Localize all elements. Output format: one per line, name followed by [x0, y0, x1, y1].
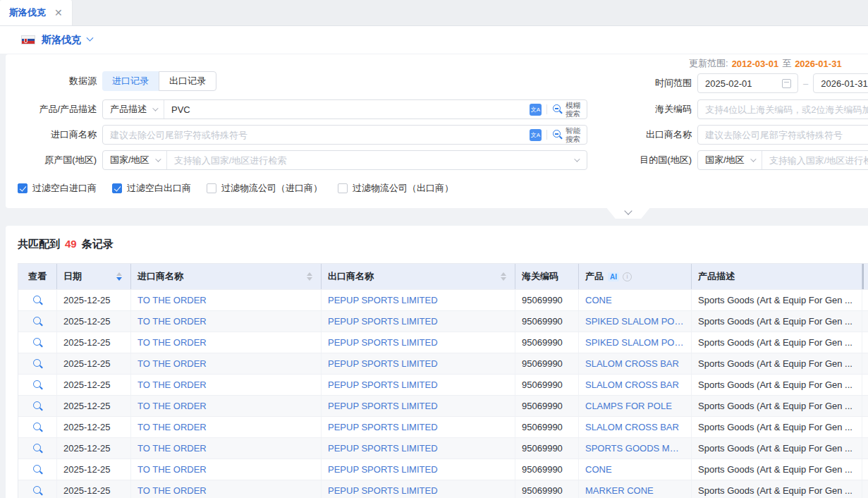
importer-link[interactable]: TO THE ORDER — [137, 316, 207, 327]
chevron-down-icon — [152, 105, 158, 111]
view-record-icon[interactable] — [32, 401, 43, 411]
close-icon[interactable]: ✕ — [54, 8, 63, 18]
origin-country-label: 原产国(地区) — [6, 154, 102, 166]
hs-code-cell: 95069990 — [515, 290, 579, 310]
product-link[interactable]: CONE — [585, 464, 612, 475]
records-table: 查看 日期 进口商名称 出口商名称 海关编码 — [18, 263, 868, 498]
exporter-link[interactable]: PEPUP SPORTS LIMITED — [328, 316, 438, 327]
hs-code-input[interactable] — [698, 104, 868, 115]
importer-link[interactable]: TO THE ORDER — [137, 379, 207, 390]
importer-link[interactable]: TO THE ORDER — [137, 337, 207, 348]
count-value: 49 — [65, 238, 77, 250]
filter-checkbox-2[interactable]: 过滤物流公司（进口商） — [207, 182, 322, 195]
view-record-icon[interactable] — [32, 464, 43, 475]
translate-icon[interactable]: 文A — [530, 129, 542, 141]
checkbox-checked-icon[interactable] — [112, 183, 122, 193]
date-to-input[interactable] — [814, 78, 868, 89]
importer-link[interactable]: TO THE ORDER — [137, 485, 207, 496]
data-source-option-1[interactable]: 出口记录 — [159, 71, 216, 91]
sort-importer-control[interactable] — [307, 272, 312, 281]
product-input[interactable] — [164, 104, 530, 115]
view-record-icon[interactable] — [32, 316, 43, 327]
exporter-link[interactable]: PEPUP SPORTS LIMITED — [328, 464, 438, 475]
smart-search-icon[interactable] — [552, 129, 563, 140]
table-row: 2025-12-25TO THE ORDERPEPUP SPORTS LIMIT… — [18, 310, 868, 332]
importer-input[interactable] — [103, 130, 530, 140]
fuzzy-search-label[interactable]: 模糊搜索 — [566, 101, 582, 118]
importer-link[interactable]: TO THE ORDER — [137, 443, 207, 454]
view-cell — [18, 396, 57, 416]
description-cell: Sports Goods (Art & Equip For Gen ... — [692, 438, 862, 458]
exporter-cell: PEPUP SPORTS LIMITED — [322, 332, 515, 353]
sort-date-control[interactable] — [116, 272, 122, 281]
table-row: 2025-12-25TO THE ORDERPEPUP SPORTS LIMIT… — [18, 416, 868, 437]
dest-country-input[interactable] — [762, 155, 868, 166]
view-record-icon[interactable] — [32, 337, 43, 348]
exporter-link[interactable]: PEPUP SPORTS LIMITED — [328, 358, 438, 369]
tab-slovakia[interactable]: 斯洛伐克 ✕ — [0, 0, 73, 25]
exporter-link[interactable]: PEPUP SPORTS LIMITED — [328, 443, 438, 454]
product-link[interactable]: SPIKED SLALOM POLE — [585, 337, 685, 348]
product-link[interactable]: SLALOM CROSS BAR — [585, 358, 679, 369]
smart-search-label[interactable]: 智能搜索 — [566, 126, 582, 143]
info-icon[interactable]: i — [623, 272, 632, 281]
calendar-icon[interactable] — [782, 79, 791, 88]
exporter-link[interactable]: PEPUP SPORTS LIMITED — [328, 485, 438, 496]
importer-link[interactable]: TO THE ORDER — [137, 464, 207, 475]
product-link[interactable]: SLALOM CROSS BAR — [585, 422, 679, 432]
product-cell: SPIKED SLALOM POLE — [579, 311, 692, 332]
exporter-input-group — [697, 125, 868, 145]
origin-country-select[interactable]: 国家/地区 — [103, 151, 167, 169]
dest-country-select[interactable]: 国家/地区 — [698, 151, 762, 169]
translate-icon[interactable]: 文A — [530, 104, 542, 116]
view-record-icon[interactable] — [32, 485, 43, 496]
exporter-link[interactable]: PEPUP SPORTS LIMITED — [328, 337, 438, 348]
importer-link[interactable]: TO THE ORDER — [137, 422, 207, 432]
product-link[interactable]: CONE — [585, 295, 612, 305]
checkbox-checked-icon[interactable] — [18, 183, 27, 193]
date-from-input[interactable] — [698, 78, 782, 89]
country-name[interactable]: 斯洛伐克 — [42, 34, 81, 47]
view-cell — [18, 290, 57, 310]
importer-link[interactable]: TO THE ORDER — [137, 401, 207, 411]
view-record-icon[interactable] — [32, 422, 43, 432]
product-cell: CLAMPS FOR POLE — [579, 396, 692, 416]
view-record-icon[interactable] — [32, 443, 43, 454]
exporter-input[interactable] — [698, 130, 868, 140]
collapse-panel-button[interactable] — [601, 208, 655, 219]
importer-cell: TO THE ORDER — [131, 290, 322, 310]
view-cell — [18, 311, 57, 332]
origin-country-input[interactable] — [167, 155, 574, 166]
data-source-option-0[interactable]: 进口记录 — [102, 71, 159, 91]
product-link[interactable]: CLAMPS FOR POLE — [585, 401, 672, 411]
checkbox-unchecked-icon[interactable] — [207, 183, 216, 193]
exporter-link[interactable]: PEPUP SPORTS LIMITED — [328, 401, 438, 411]
sort-exporter-control[interactable] — [501, 272, 506, 281]
update-range-from: 2012-03-01 — [732, 59, 779, 69]
exporter-link[interactable]: PEPUP SPORTS LIMITED — [328, 379, 438, 390]
importer-cell: TO THE ORDER — [131, 480, 322, 498]
product-link[interactable]: SLALOM CROSS BAR — [585, 379, 679, 390]
chevron-down-icon — [624, 207, 632, 214]
product-link[interactable]: SPIKED SLALOM POLE — [585, 316, 685, 327]
table-row: 2025-12-25TO THE ORDERPEPUP SPORTS LIMIT… — [18, 437, 868, 458]
importer-link[interactable]: TO THE ORDER — [137, 358, 207, 369]
filter-checkbox-1[interactable]: 过滤空白出口商 — [112, 182, 191, 195]
product-link[interactable]: SPORTS GOODS MAR... — [585, 443, 685, 454]
filter-checkbox-3[interactable]: 过滤物流公司（出口商） — [338, 182, 453, 195]
description-cell: Sports Goods (Art & Equip For Gen ... — [692, 290, 862, 310]
checkbox-unchecked-icon[interactable] — [338, 183, 348, 193]
product-link[interactable]: MARKER CONE — [585, 485, 654, 496]
importer-link[interactable]: TO THE ORDER — [137, 295, 207, 305]
filter-checkbox-0[interactable]: 过滤空白进口商 — [18, 182, 97, 195]
view-record-icon[interactable] — [32, 379, 43, 390]
chevron-down-icon[interactable] — [87, 35, 94, 42]
exporter-link[interactable]: PEPUP SPORTS LIMITED — [328, 295, 438, 305]
product-type-select[interactable]: 产品描述 — [103, 100, 164, 119]
fuzzy-search-icon[interactable] — [552, 104, 563, 115]
view-record-icon[interactable] — [32, 295, 43, 305]
exporter-link[interactable]: PEPUP SPORTS LIMITED — [328, 422, 438, 432]
importer-row: 进口商名称 文A 智能搜索 — [6, 125, 587, 145]
view-record-icon[interactable] — [32, 358, 43, 369]
filter-checkbox-row: 过滤空白进口商过滤空白出口商过滤物流公司（进口商）过滤物流公司（出口商） — [18, 182, 453, 195]
